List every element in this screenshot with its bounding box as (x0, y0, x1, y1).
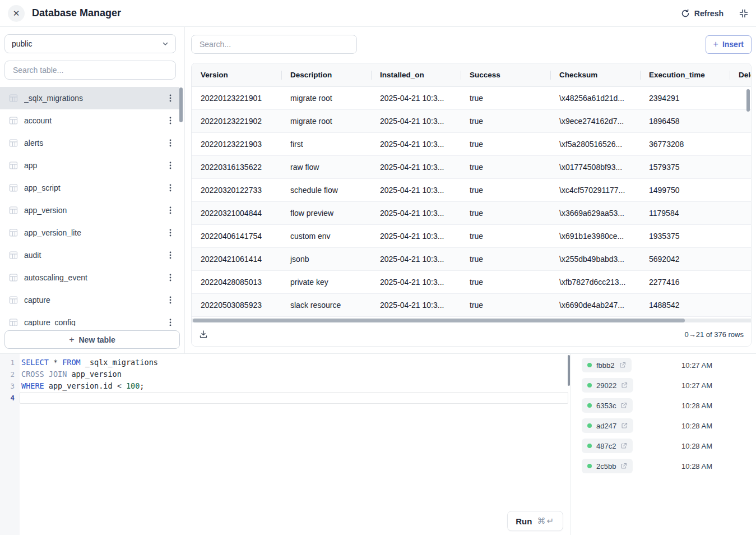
table-row[interactable]: 20220321004844flow preview2025-04-21 10:… (192, 202, 751, 225)
history-pill[interactable]: 2c5bb (582, 459, 633, 473)
run-button[interactable]: Run ⌘↵ (507, 511, 563, 531)
history-pill[interactable]: ad247 (582, 418, 633, 433)
table-row[interactable]: 20220421061414jsonb2025-04-21 10:3...tru… (192, 248, 751, 271)
download-button[interactable] (199, 330, 208, 339)
kebab-menu-icon[interactable] (167, 204, 174, 216)
code-line[interactable]: 3 WHERE app_version.id < 100; (0, 380, 571, 392)
history-time: 10:28 AM (681, 442, 712, 450)
table-icon (9, 296, 18, 305)
status-dot (587, 444, 592, 448)
table-item[interactable]: account (0, 109, 179, 132)
plus-icon: + (69, 335, 74, 345)
kebab-menu-icon[interactable] (167, 114, 174, 127)
external-link-icon[interactable] (621, 382, 628, 389)
history-pill[interactable]: 29022 (582, 378, 633, 393)
column-header[interactable]: Version (192, 63, 281, 86)
table-search-input[interactable] (12, 65, 169, 75)
code-line[interactable]: 1 SELECT * FROM _sqlx_migrations (0, 357, 571, 368)
table-item-label: account (24, 116, 161, 125)
code-line-content[interactable]: WHERE app_version.id < 100; (20, 380, 571, 392)
table-cell: 20220320122733 (192, 179, 281, 201)
table-icon (9, 139, 18, 147)
table-item[interactable]: capture (0, 289, 179, 311)
table-cell: \xfb7827d6cc213... (550, 271, 640, 293)
history-pill[interactable]: fbbb2 (582, 358, 632, 372)
table-cell (730, 110, 751, 132)
vertical-scrollbar-thumb[interactable] (746, 89, 750, 112)
table-cell: 1935375 (640, 225, 730, 247)
kebab-menu-icon[interactable] (167, 137, 174, 149)
table-cell: true (461, 156, 550, 178)
line-number: 1 (0, 357, 20, 368)
exit-fullscreen-button[interactable] (739, 9, 748, 18)
horizontal-scrollbar-thumb[interactable] (193, 319, 685, 322)
kebab-menu-icon[interactable] (167, 227, 174, 239)
code-line[interactable]: 2 CROSS JOIN app_version (0, 368, 571, 380)
table-item-label: capture (24, 296, 161, 305)
table-cell: 2025-04-21 10:3... (371, 179, 461, 201)
table-row[interactable]: 20220316135622raw flow2025-04-21 10:3...… (192, 156, 751, 179)
kebab-menu-icon[interactable] (167, 249, 174, 261)
table-item[interactable]: capture_config (0, 311, 179, 326)
table-cell: 1499750 (640, 179, 730, 201)
kebab-menu-icon[interactable] (167, 271, 174, 284)
compress-icon (739, 9, 748, 18)
table-row[interactable]: 20220320122733schedule flow2025-04-21 10… (192, 179, 751, 202)
table-row[interactable]: 20220503085923slack resource2025-04-21 1… (192, 294, 751, 317)
external-link-icon[interactable] (619, 362, 626, 368)
insert-button[interactable]: + Insert (706, 35, 752, 54)
kebab-menu-icon[interactable] (167, 159, 174, 172)
kebab-menu-icon[interactable] (167, 316, 174, 326)
history-time: 10:27 AM (681, 361, 712, 370)
code-line-content[interactable] (20, 392, 568, 404)
horizontal-scrollbar-track[interactable] (192, 319, 751, 322)
table-row[interactable]: 20220123221902migrate root2025-04-21 10:… (192, 110, 751, 133)
new-table-button[interactable]: + New table (4, 330, 180, 349)
history-pill[interactable]: 487c2 (582, 439, 633, 453)
table-row[interactable]: 20220406141754custom env2025-04-21 10:3.… (192, 225, 751, 248)
code-area[interactable]: 1 SELECT * FROM _sqlx_migrations 2 CROSS… (0, 354, 571, 404)
column-header[interactable]: Success (461, 63, 550, 86)
refresh-button[interactable]: Refresh (681, 9, 723, 18)
table-item[interactable]: audit (0, 244, 179, 266)
column-header[interactable]: Installed_on (371, 63, 461, 86)
column-header[interactable]: Execution_time (640, 63, 730, 86)
schema-select[interactable]: public (4, 34, 176, 53)
table-item-label: app_version_lite (24, 228, 161, 237)
kebab-menu-icon[interactable] (167, 182, 174, 194)
table-item[interactable]: autoscaling_event (0, 266, 179, 289)
editor-scrollbar[interactable] (568, 355, 570, 386)
column-header[interactable]: Description (281, 63, 371, 86)
table-row[interactable]: 20220123221903first2025-04-21 10:3...tru… (192, 133, 751, 156)
history-pill[interactable]: 6353c (582, 398, 633, 413)
table-row[interactable]: 20220428085013private key2025-04-21 10:3… (192, 271, 751, 294)
table-row[interactable]: 20220123221901migrate root2025-04-21 10:… (192, 87, 751, 110)
table-icon (9, 318, 18, 326)
sql-editor[interactable]: 1 SELECT * FROM _sqlx_migrations 2 CROSS… (0, 354, 571, 535)
table-item[interactable]: app_script (0, 177, 179, 199)
external-link-icon[interactable] (620, 463, 627, 469)
table-item[interactable]: app (0, 154, 179, 177)
column-header[interactable]: Checksum (550, 63, 640, 86)
column-header[interactable]: Deleted (730, 63, 751, 86)
table-cell: true (461, 179, 550, 201)
external-link-icon[interactable] (620, 442, 627, 449)
record-search-input[interactable] (198, 39, 350, 49)
table-item[interactable]: _sqlx_migrations (0, 87, 179, 109)
table-cell: 5692042 (640, 248, 730, 270)
kebab-menu-icon[interactable] (167, 92, 174, 104)
sidebar-scrollbar[interactable] (179, 87, 183, 122)
external-link-icon[interactable] (620, 402, 627, 409)
close-button[interactable]: ✕ (8, 5, 25, 22)
code-line-content[interactable]: SELECT * FROM _sqlx_migrations (20, 357, 571, 368)
external-link-icon[interactable] (621, 422, 628, 429)
table-cell: \xf5a280516526... (550, 133, 640, 155)
kebab-menu-icon[interactable] (167, 294, 174, 306)
table-cell: true (461, 271, 550, 293)
code-line-content[interactable]: CROSS JOIN app_version (20, 368, 571, 380)
table-item[interactable]: app_version_lite (0, 222, 179, 244)
code-line[interactable]: 4 (0, 392, 571, 404)
plus-icon: + (713, 39, 718, 49)
table-item[interactable]: app_version (0, 199, 179, 222)
table-item[interactable]: alerts (0, 132, 179, 154)
